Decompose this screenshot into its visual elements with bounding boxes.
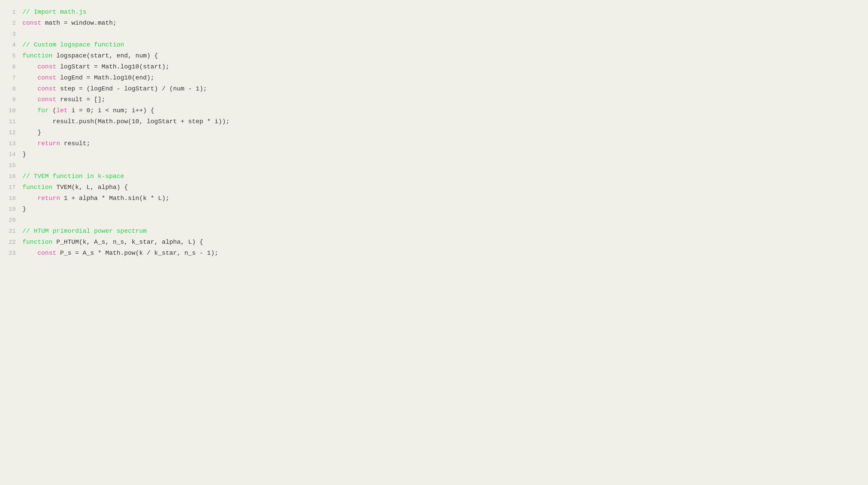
code-line: 9 const result = []; xyxy=(0,94,868,105)
line-number: 5 xyxy=(4,51,16,61)
token-kw-pink: const xyxy=(37,96,56,103)
code-line: 20 xyxy=(0,215,868,226)
token-kw-pink: const xyxy=(37,74,56,81)
token-plain: i = 0; i < num; i++) { xyxy=(68,107,154,114)
code-line: 13 return result; xyxy=(0,138,868,149)
token-kw-pink: let xyxy=(56,107,67,114)
line-number: 7 xyxy=(4,74,16,83)
code-line: 22function P_HTUM(k, A_s, n_s, k_star, a… xyxy=(0,237,868,248)
token-kw-pink: return xyxy=(37,195,60,202)
token-plain xyxy=(23,74,37,81)
code-line: 10 for (let i = 0; i < num; i++) { xyxy=(0,105,868,116)
token-plain: result = []; xyxy=(56,96,105,103)
token-plain: } xyxy=(23,151,26,158)
code-line: 7 const logEnd = Math.log10(end); xyxy=(0,73,868,84)
token-plain: 1 + alpha * Math.sin(k * L); xyxy=(60,195,169,202)
token-plain: ( xyxy=(49,107,57,114)
code-line: 5function logspace(start, end, num) { xyxy=(0,51,868,61)
line-number: 2 xyxy=(4,19,16,28)
code-editor: 1// Import math.js2const math = window.m… xyxy=(0,4,868,485)
code-content: // TVEM function in k-space xyxy=(23,171,124,181)
line-number: 19 xyxy=(4,205,16,214)
line-number: 8 xyxy=(4,84,16,94)
code-line: 23 const P_s = A_s * Math.pow(k / k_star… xyxy=(0,248,868,259)
line-number: 23 xyxy=(4,249,16,258)
line-number: 14 xyxy=(4,150,16,159)
code-content: function logspace(start, end, num) { xyxy=(23,51,158,61)
line-number: 10 xyxy=(4,106,16,116)
line-number: 20 xyxy=(4,216,16,225)
code-line: 8 const step = (logEnd - logStart) / (nu… xyxy=(0,84,868,94)
code-line: 11 result.push(Math.pow(10, logStart + s… xyxy=(0,116,868,127)
token-kw-green: function xyxy=(23,52,53,59)
token-plain xyxy=(23,107,37,114)
code-content: // Custom logspace function xyxy=(23,40,124,50)
token-plain xyxy=(23,250,37,257)
token-plain: logEnd = Math.log10(end); xyxy=(56,74,154,81)
token-kw-green: function xyxy=(23,184,53,191)
code-content xyxy=(23,215,26,225)
token-comment: // Custom logspace function xyxy=(23,41,124,48)
code-content: const logStart = Math.log10(start); xyxy=(23,62,169,72)
token-plain: } xyxy=(23,206,26,212)
code-line: 21// HTUM primordial power spectrum xyxy=(0,226,868,237)
code-content: } xyxy=(23,204,26,214)
code-content: // Import math.js xyxy=(23,7,87,17)
token-plain xyxy=(23,63,37,70)
code-line: 19} xyxy=(0,204,868,215)
token-plain xyxy=(23,195,37,202)
code-content: } xyxy=(23,128,41,138)
line-number: 16 xyxy=(4,172,16,181)
token-plain: result; xyxy=(60,140,90,147)
code-content: const result = []; xyxy=(23,95,105,105)
code-content: } xyxy=(23,149,26,160)
line-number: 3 xyxy=(4,30,16,39)
line-number: 22 xyxy=(4,238,16,247)
line-number: 4 xyxy=(4,40,16,50)
line-number: 18 xyxy=(4,194,16,203)
code-line: 15 xyxy=(0,160,868,171)
code-content: const step = (logEnd - logStart) / (num … xyxy=(23,84,207,94)
code-content xyxy=(23,29,26,39)
code-content: return 1 + alpha * Math.sin(k * L); xyxy=(23,194,169,204)
code-content: for (let i = 0; i < num; i++) { xyxy=(23,106,154,116)
token-kw-green: for xyxy=(37,107,49,114)
code-line: 14} xyxy=(0,149,868,160)
token-comment: // HTUM primordial power spectrum xyxy=(23,228,147,234)
token-kw-pink: const xyxy=(37,85,56,92)
code-content: function TVEM(k, L, alpha) { xyxy=(23,182,128,193)
token-plain xyxy=(23,96,37,103)
token-kw-pink: return xyxy=(37,140,60,147)
code-line: 18 return 1 + alpha * Math.sin(k * L); xyxy=(0,193,868,204)
token-kw-green: function xyxy=(23,238,53,246)
code-content: const P_s = A_s * Math.pow(k / k_star, n… xyxy=(23,248,218,258)
code-line: 4// Custom logspace function xyxy=(0,39,868,51)
line-number: 21 xyxy=(4,227,16,236)
code-line: 3 xyxy=(0,29,868,40)
token-plain: math = window.math; xyxy=(41,20,117,27)
token-comment: // TVEM function in k-space xyxy=(23,173,124,180)
token-kw-pink: const xyxy=(37,250,56,257)
line-number: 12 xyxy=(4,128,16,138)
token-plain: result.push(Math.pow(10, logStart + step… xyxy=(23,118,229,125)
code-line: 16// TVEM function in k-space xyxy=(0,171,868,182)
line-number: 15 xyxy=(4,161,16,170)
code-content: result.push(Math.pow(10, logStart + step… xyxy=(23,117,229,127)
code-line: 6 const logStart = Math.log10(start); xyxy=(0,61,868,73)
token-plain: TVEM(k, L, alpha) { xyxy=(53,184,128,191)
code-content: return result; xyxy=(23,139,90,149)
code-line: 2const math = window.math; xyxy=(0,18,868,29)
token-plain: step = (logEnd - logStart) / (num - 1); xyxy=(56,85,207,92)
token-plain: } xyxy=(23,129,41,136)
code-line: 1// Import math.js xyxy=(0,7,868,18)
code-content: function P_HTUM(k, A_s, n_s, k_star, alp… xyxy=(23,237,203,247)
line-number: 13 xyxy=(4,139,16,149)
token-kw-pink: const xyxy=(37,63,56,70)
line-number: 6 xyxy=(4,62,16,72)
token-plain xyxy=(23,140,37,147)
line-number: 17 xyxy=(4,183,16,192)
line-number: 11 xyxy=(4,117,16,126)
token-plain: P_HTUM(k, A_s, n_s, k_star, alpha, L) { xyxy=(53,238,203,246)
code-content xyxy=(23,161,26,171)
token-plain: logspace(start, end, num) { xyxy=(53,52,158,59)
